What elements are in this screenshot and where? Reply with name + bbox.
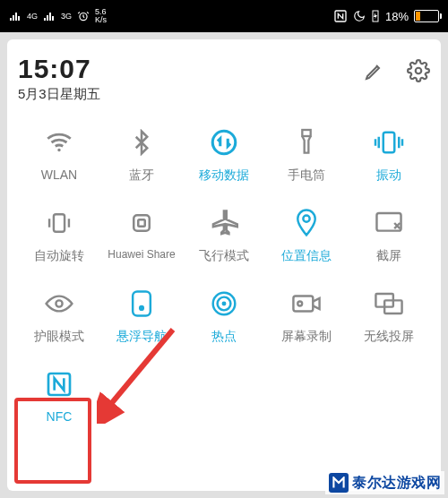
tile-label: 自动旋转 [34,248,84,264]
nfc-status-icon [333,9,348,23]
record-icon [289,286,324,322]
quick-settings-panel: 15:07 5月3日星期五 WLAN 蓝牙 移动数据 [7,39,441,491]
net-speed: 5.6K/s [95,8,107,24]
watermark-text: 泰尔达游戏网 [352,474,441,493]
svg-rect-14 [133,291,151,315]
tile-label: 蓝牙 [129,167,154,184]
svg-rect-7 [383,133,395,153]
battery-icon [414,10,439,22]
tile-label: 振动 [376,167,401,184]
moon-icon [353,10,366,22]
tile-label: WLAN [41,167,77,182]
svg-point-11 [303,216,309,222]
clock-date: 5月3日星期五 [18,86,100,103]
tile-label: 热点 [211,329,237,345]
tile-label: 移动数据 [199,167,249,184]
clock-time: 15:07 [18,54,100,84]
svg-rect-8 [54,214,65,231]
mobile-data-icon [206,124,242,160]
eye-icon [41,286,77,322]
svg-point-16 [222,302,227,306]
tile-bluetooth[interactable]: 蓝牙 [100,112,183,193]
status-right: 18% [333,9,439,23]
screenshot-icon [371,205,407,241]
settings-icon[interactable] [407,59,430,82]
tile-mobile-data[interactable]: 移动数据 [183,112,265,193]
battery-charge-icon [371,10,380,22]
nfc-icon [41,366,77,402]
tile-label: 位置信息 [281,248,332,264]
tile-wireless-proj[interactable]: 无线投屏 [348,273,430,354]
tile-hotspot[interactable]: 热点 [183,273,265,354]
nav-dock-icon [124,286,159,322]
flashlight-icon [289,124,324,160]
status-bar: 4G 3G 5.6K/s 18% [0,0,448,32]
watermark: 泰尔达游戏网 [325,471,444,494]
tile-auto-rotate[interactable]: 自动旋转 [18,193,100,273]
tile-label: Huawei Share [108,248,175,261]
rotate-icon [41,205,77,241]
tile-label: 手电筒 [288,167,325,184]
tile-location[interactable]: 位置信息 [265,193,348,273]
cast-icon [371,286,407,322]
tile-label: 飞行模式 [199,248,249,264]
signal-icon-2 [43,11,56,21]
tile-label: 屏幕录制 [281,329,332,345]
net-label-2: 3G [61,13,72,21]
tile-label: 截屏 [376,248,401,264]
net-label-1: 4G [27,13,38,21]
tiles-grid: WLAN 蓝牙 移动数据 手电筒 振动 自动旋转 [18,112,430,433]
battery-percent: 18% [385,10,409,23]
annotation-arrow [97,325,177,424]
panel-header: 15:07 5月3日星期五 [18,54,430,103]
svg-point-3 [416,68,422,74]
svg-rect-12 [376,213,401,231]
share-icon [124,205,159,241]
wifi-icon [41,124,77,160]
svg-point-20 [297,302,302,306]
svg-point-13 [56,300,62,306]
signal-icon-1 [9,11,22,21]
tile-screen-record[interactable]: 屏幕录制 [265,273,348,354]
vibrate-icon [371,124,407,160]
bluetooth-icon [124,124,159,160]
tile-flashlight[interactable]: 手电筒 [265,112,348,193]
tile-vibrate[interactable]: 振动 [348,112,430,193]
edit-icon[interactable] [364,60,385,82]
time-block: 15:07 5月3日星期五 [18,54,100,103]
svg-point-5 [212,131,236,154]
svg-point-4 [57,149,60,151]
location-icon [289,205,324,241]
svg-rect-10 [138,219,145,227]
tile-airplane[interactable]: 飞行模式 [183,193,265,273]
tile-label: 护眼模式 [34,329,84,345]
svg-rect-9 [134,215,150,231]
svg-rect-6 [302,130,310,136]
hotspot-icon [206,286,242,322]
airplane-icon [206,205,242,241]
alarm-icon [77,10,90,22]
tile-label: 无线投屏 [364,329,414,345]
tile-screenshot[interactable]: 截屏 [348,193,430,273]
watermark-logo-icon [329,473,349,493]
tile-wlan[interactable]: WLAN [18,112,100,193]
svg-point-15 [139,305,144,311]
tile-eye-comfort[interactable]: 护眼模式 [18,273,100,354]
annotation-highlight-box [14,398,91,484]
status-left: 4G 3G 5.6K/s [9,8,107,24]
tile-huawei-share[interactable]: Huawei Share [100,193,183,273]
